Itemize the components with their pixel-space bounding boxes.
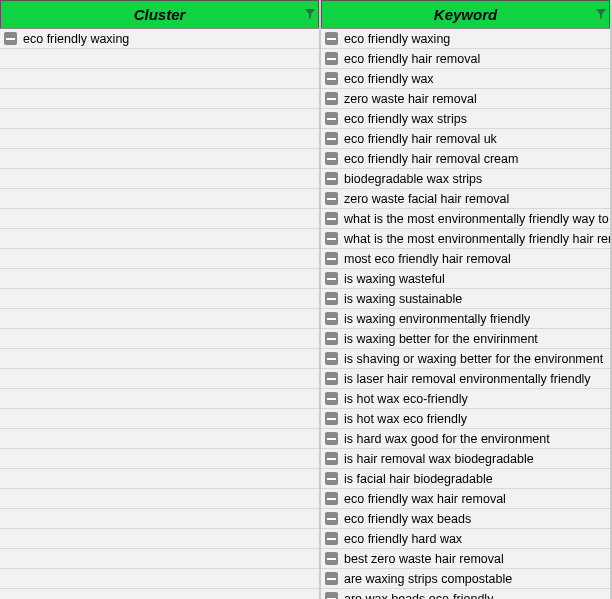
row-label: is laser hair removal environmentally fr… xyxy=(344,372,591,386)
table-row-empty xyxy=(0,549,319,569)
table-row[interactable]: zero waste hair removal xyxy=(321,89,610,109)
table-row-empty xyxy=(0,309,319,329)
row-label: is hard wax good for the environment xyxy=(344,432,550,446)
collapse-icon[interactable] xyxy=(325,192,338,205)
collapse-icon[interactable] xyxy=(325,392,338,405)
table-row[interactable]: zero waste facial hair removal xyxy=(321,189,610,209)
row-label: are waxing strips compostable xyxy=(344,572,512,586)
collapse-icon[interactable] xyxy=(325,252,338,265)
table-row-empty xyxy=(0,289,319,309)
collapse-icon[interactable] xyxy=(325,492,338,505)
collapse-icon[interactable] xyxy=(325,312,338,325)
row-label: zero waste hair removal xyxy=(344,92,477,106)
table-row[interactable]: biodegradable wax strips xyxy=(321,169,610,189)
table-row-empty xyxy=(0,69,319,89)
row-label: is waxing better for the envirinment xyxy=(344,332,538,346)
collapse-icon[interactable] xyxy=(4,32,17,45)
table-row-empty xyxy=(0,89,319,109)
table-row[interactable]: what is the most environmentally friendl… xyxy=(321,229,610,249)
collapse-icon[interactable] xyxy=(325,212,338,225)
table-row-empty xyxy=(0,469,319,489)
collapse-icon[interactable] xyxy=(325,412,338,425)
collapse-icon[interactable] xyxy=(325,72,338,85)
collapse-icon[interactable] xyxy=(325,32,338,45)
header-keyword[interactable]: Keyword xyxy=(321,0,610,29)
collapse-icon[interactable] xyxy=(325,352,338,365)
table-row[interactable]: is waxing sustainable xyxy=(321,289,610,309)
table-row-empty xyxy=(0,249,319,269)
collapse-icon[interactable] xyxy=(325,132,338,145)
table-row[interactable]: eco friendly wax xyxy=(321,69,610,89)
collapse-icon[interactable] xyxy=(325,592,338,599)
table-row[interactable]: is laser hair removal environmentally fr… xyxy=(321,369,610,389)
collapse-icon[interactable] xyxy=(325,432,338,445)
cluster-rows: eco friendly waxing xyxy=(0,29,319,599)
collapse-icon[interactable] xyxy=(325,452,338,465)
collapse-icon[interactable] xyxy=(325,512,338,525)
collapse-icon[interactable] xyxy=(325,372,338,385)
filter-icon[interactable] xyxy=(305,9,315,19)
table-row[interactable]: eco friendly hair removal cream xyxy=(321,149,610,169)
table-row[interactable]: eco friendly waxing xyxy=(0,29,319,49)
column-cluster: Cluster eco friendly waxing xyxy=(0,0,321,599)
table-row-empty xyxy=(0,129,319,149)
table-row-empty xyxy=(0,349,319,369)
collapse-icon[interactable] xyxy=(325,472,338,485)
collapse-icon[interactable] xyxy=(325,172,338,185)
table-row[interactable]: is hot wax eco-friendly xyxy=(321,389,610,409)
row-label: eco friendly hard wax xyxy=(344,532,462,546)
collapse-icon[interactable] xyxy=(325,112,338,125)
row-label: is hot wax eco-friendly xyxy=(344,392,468,406)
table-row-empty xyxy=(0,369,319,389)
table-row[interactable]: is waxing environmentally friendly xyxy=(321,309,610,329)
filter-icon[interactable] xyxy=(596,9,606,19)
keyword-rows: eco friendly waxingeco friendly hair rem… xyxy=(321,29,610,599)
table-row-empty xyxy=(0,569,319,589)
table-row[interactable]: is hair removal wax biodegradable xyxy=(321,449,610,469)
table-row[interactable]: is waxing better for the envirinment xyxy=(321,329,610,349)
row-label: is hair removal wax biodegradable xyxy=(344,452,534,466)
table-row[interactable]: best zero waste hair removal xyxy=(321,549,610,569)
table-row[interactable]: is facial hair biodegradable xyxy=(321,469,610,489)
collapse-icon[interactable] xyxy=(325,272,338,285)
table-row[interactable]: eco friendly hard wax xyxy=(321,529,610,549)
table-row[interactable]: are wax beads eco-friendly xyxy=(321,589,610,599)
collapse-icon[interactable] xyxy=(325,232,338,245)
table-row[interactable]: is hot wax eco friendly xyxy=(321,409,610,429)
table-row-empty xyxy=(0,489,319,509)
table-row[interactable]: eco friendly hair removal uk xyxy=(321,129,610,149)
table-row[interactable]: eco friendly wax hair removal xyxy=(321,489,610,509)
row-label: best zero waste hair removal xyxy=(344,552,504,566)
table-row-empty xyxy=(0,49,319,69)
collapse-icon[interactable] xyxy=(325,532,338,545)
row-label: eco friendly hair removal cream xyxy=(344,152,518,166)
table-row[interactable]: is waxing wasteful xyxy=(321,269,610,289)
table-row[interactable]: is shaving or waxing better for the envi… xyxy=(321,349,610,369)
table-row[interactable]: most eco friendly hair removal xyxy=(321,249,610,269)
collapse-icon[interactable] xyxy=(325,292,338,305)
table-row[interactable]: what is the most environmentally friendl… xyxy=(321,209,610,229)
collapse-icon[interactable] xyxy=(325,92,338,105)
row-label: is waxing sustainable xyxy=(344,292,462,306)
row-label: what is the most environmentally friendl… xyxy=(344,212,610,226)
table-row[interactable]: eco friendly wax strips xyxy=(321,109,610,129)
table-row[interactable]: eco friendly wax beads xyxy=(321,509,610,529)
row-label: eco friendly waxing xyxy=(23,32,129,46)
table-row[interactable]: eco friendly hair removal xyxy=(321,49,610,69)
collapse-icon[interactable] xyxy=(325,552,338,565)
row-label: is hot wax eco friendly xyxy=(344,412,467,426)
header-cluster-label: Cluster xyxy=(134,6,186,23)
table-row-empty xyxy=(0,389,319,409)
table-row[interactable]: is hard wax good for the environment xyxy=(321,429,610,449)
collapse-icon[interactable] xyxy=(325,332,338,345)
collapse-icon[interactable] xyxy=(325,152,338,165)
row-label: zero waste facial hair removal xyxy=(344,192,509,206)
row-label: is shaving or waxing better for the envi… xyxy=(344,352,603,366)
collapse-icon[interactable] xyxy=(325,572,338,585)
table-row-empty xyxy=(0,409,319,429)
table-row[interactable]: are waxing strips compostable xyxy=(321,569,610,589)
table-row[interactable]: eco friendly waxing xyxy=(321,29,610,49)
header-cluster[interactable]: Cluster xyxy=(0,0,319,29)
row-label: biodegradable wax strips xyxy=(344,172,482,186)
collapse-icon[interactable] xyxy=(325,52,338,65)
